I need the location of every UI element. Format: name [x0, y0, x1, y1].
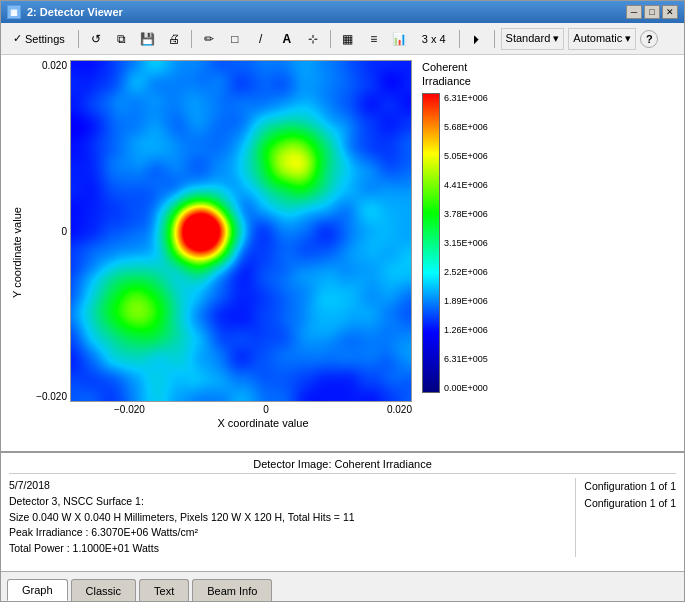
layers-icon[interactable]: ≡	[363, 28, 385, 50]
cb-label-0: 6.31E+006	[444, 93, 488, 103]
grid-size-button[interactable]: 3 x 4	[415, 28, 453, 50]
colorbar-section: CoherentIrradiance 6.31E+006 5.68E+006 5…	[412, 60, 488, 393]
sep5	[494, 30, 495, 48]
checkmark-icon: ✓	[13, 32, 22, 45]
grid-size-label: 3 x 4	[422, 33, 446, 45]
tab-text[interactable]: Text	[139, 579, 189, 601]
tab-beam-info[interactable]: Beam Info	[192, 579, 272, 601]
info-panel: Detector Image: Coherent Irradiance 5/7/…	[1, 451, 684, 571]
x-tick-right: 0.020	[387, 404, 412, 415]
standard-label: Standard ▾	[506, 32, 560, 45]
save-button[interactable]: 💾	[137, 28, 159, 50]
cb-label-7: 1.89E+006	[444, 296, 488, 306]
x-tick-left: −0.020	[114, 404, 145, 415]
tab-classic[interactable]: Classic	[71, 579, 136, 601]
print-button[interactable]: 🖨	[163, 28, 185, 50]
config2: Configuration 1 of 1	[584, 495, 676, 512]
sep3	[330, 30, 331, 48]
x-ticks: −0.020 0 0.020	[72, 402, 412, 415]
line-icon[interactable]: /	[250, 28, 272, 50]
rect-icon[interactable]: □	[224, 28, 246, 50]
sep4	[459, 30, 460, 48]
x-tick-mid: 0	[263, 404, 269, 415]
cb-label-5: 3.15E+006	[444, 238, 488, 248]
text-icon[interactable]: A	[276, 28, 298, 50]
grid-icon[interactable]: ▦	[337, 28, 359, 50]
pencil-icon[interactable]: ✏	[198, 28, 220, 50]
colorbar-gradient	[422, 93, 440, 393]
cb-label-1: 5.68E+006	[444, 122, 488, 132]
settings-button[interactable]: ✓ Settings	[6, 28, 72, 50]
info-line3: Peak Irradiance : 6.3070E+06 Watts/cm²	[9, 525, 567, 541]
plot-with-colorbar: 0.020 0 −0.020 −0.020 0 0.020	[28, 60, 679, 446]
y-tick-bot: −0.020	[36, 391, 67, 402]
cb-label-4: 3.78E+006	[444, 209, 488, 219]
refresh-button[interactable]: ↺	[85, 28, 107, 50]
tab-graph[interactable]: Graph	[7, 579, 68, 601]
info-line4: Total Power : 1.1000E+01 Watts	[9, 541, 567, 557]
heatmap-canvas	[70, 60, 412, 402]
colorbar-title: CoherentIrradiance	[422, 60, 471, 89]
window-title: 2: Detector Viewer	[27, 6, 123, 18]
config1: Configuration 1 of 1	[584, 478, 676, 495]
toolbar: ✓ Settings ↺ ⧉ 💾 🖨 ✏ □ / A ⊹ ▦ ≡ 📊 3 x 4…	[1, 23, 684, 55]
x-axis-label: X coordinate value	[72, 415, 412, 429]
copy-button[interactable]: ⧉	[111, 28, 133, 50]
info-title: Detector Image: Coherent Irradiance	[9, 458, 676, 474]
info-line1: Detector 3, NSCC Surface 1:	[9, 494, 567, 510]
cb-label-10: 0.00E+000	[444, 383, 488, 393]
title-bar-left: ▦ 2: Detector Viewer	[7, 5, 123, 19]
y-axis-area: 0.020 0 −0.020 −0.020 0 0.020	[28, 60, 412, 429]
plot-row: 0.020 0 −0.020	[28, 60, 412, 402]
cb-label-3: 4.41E+006	[444, 180, 488, 190]
plot-container: Y coordinate value 0.020 0 −0.0	[6, 60, 679, 446]
cb-label-6: 2.52E+006	[444, 267, 488, 277]
info-date: 5/7/2018	[9, 478, 567, 494]
info-line2: Size 0.040 W X 0.040 H Millimeters, Pixe…	[9, 510, 567, 526]
play-button[interactable]: ⏵	[466, 28, 488, 50]
colorbar-labels: 6.31E+006 5.68E+006 5.05E+006 4.41E+006 …	[440, 93, 488, 393]
y-tick-top: 0.020	[42, 60, 67, 71]
colorbar-wrapper: 6.31E+006 5.68E+006 5.05E+006 4.41E+006 …	[422, 93, 488, 393]
tabs-bar: Graph Classic Text Beam Info	[1, 571, 684, 601]
settings-label: Settings	[25, 33, 65, 45]
plot-and-x: 0.020 0 −0.020 −0.020 0 0.020	[28, 60, 679, 446]
content-area: Y coordinate value 0.020 0 −0.0	[1, 55, 684, 601]
standard-dropdown[interactable]: Standard ▾	[501, 28, 565, 50]
sep2	[191, 30, 192, 48]
cb-label-2: 5.05E+006	[444, 151, 488, 161]
info-content: 5/7/2018 Detector 3, NSCC Surface 1: Siz…	[9, 478, 676, 557]
title-bar-controls: ─ □ ✕	[626, 5, 678, 19]
main-window: ▦ 2: Detector Viewer ─ □ ✕ ✓ Settings ↺ …	[0, 0, 685, 602]
info-text: 5/7/2018 Detector 3, NSCC Surface 1: Siz…	[9, 478, 567, 557]
cursor-icon[interactable]: ⊹	[302, 28, 324, 50]
colorbar-container: CoherentIrradiance 6.31E+006 5.68E+006 5…	[422, 60, 488, 393]
cb-label-8: 1.26E+006	[444, 325, 488, 335]
chart-icon[interactable]: 📊	[389, 28, 411, 50]
sep1	[78, 30, 79, 48]
restore-button[interactable]: □	[644, 5, 660, 19]
window-icon: ▦	[7, 5, 21, 19]
automatic-label: Automatic ▾	[573, 32, 631, 45]
y-ticks: 0.020 0 −0.020	[28, 60, 70, 402]
y-tick-mid: 0	[61, 226, 67, 237]
help-button[interactable]: ?	[640, 30, 658, 48]
automatic-dropdown[interactable]: Automatic ▾	[568, 28, 636, 50]
minimize-button[interactable]: ─	[626, 5, 642, 19]
plot-section: Y coordinate value 0.020 0 −0.0	[1, 55, 684, 451]
cb-label-9: 6.31E+005	[444, 354, 488, 364]
y-axis-label: Y coordinate value	[6, 60, 28, 446]
info-config: Configuration 1 of 1 Configuration 1 of …	[575, 478, 676, 557]
title-bar: ▦ 2: Detector Viewer ─ □ ✕	[1, 1, 684, 23]
close-button[interactable]: ✕	[662, 5, 678, 19]
